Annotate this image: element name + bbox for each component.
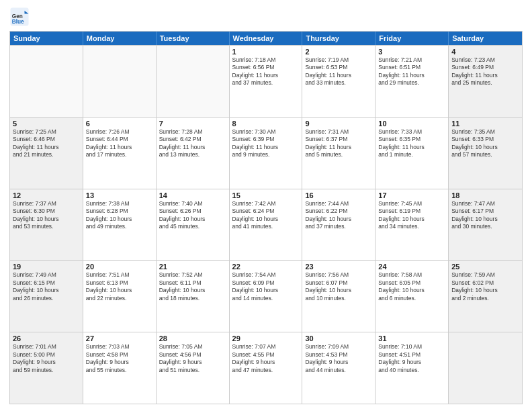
cell-line: Sunrise: 7:19 AM <box>305 56 372 64</box>
cal-cell: 2Sunrise: 7:19 AMSunset: 6:53 PMDaylight… <box>302 46 375 117</box>
cell-line: and 10 minutes. <box>305 295 372 302</box>
cal-row-0: 1Sunrise: 7:18 AMSunset: 6:56 PMDaylight… <box>10 45 522 117</box>
cell-line: Daylight: 9 hours <box>86 359 153 366</box>
cal-cell: 29Sunrise: 7:07 AMSunset: 4:55 PMDayligh… <box>230 332 303 404</box>
cell-line: Sunrise: 7:10 AM <box>378 343 445 351</box>
cell-line: Daylight: 10 hours <box>86 287 153 294</box>
cell-line: Daylight: 11 hours <box>451 72 519 79</box>
cell-line: and 37 minutes. <box>232 79 300 87</box>
day-number: 24 <box>378 263 445 271</box>
cal-cell: 24Sunrise: 7:58 AMSunset: 6:05 PMDayligh… <box>375 261 449 332</box>
cell-line: Sunset: 6:11 PM <box>159 279 226 287</box>
cal-cell: 5Sunrise: 7:25 AMSunset: 6:46 PMDaylight… <box>10 118 83 189</box>
cell-line: Sunset: 6:15 PM <box>13 279 80 287</box>
cell-line: Sunrise: 7:59 AM <box>451 271 519 279</box>
cell-line: Daylight: 10 hours <box>232 216 300 223</box>
day-number: 28 <box>159 334 226 342</box>
svg-text:Blue: Blue <box>12 19 24 25</box>
day-number: 31 <box>378 334 445 342</box>
cal-cell: 21Sunrise: 7:52 AMSunset: 6:11 PMDayligh… <box>157 261 230 332</box>
cell-line: Sunrise: 7:23 AM <box>451 56 519 64</box>
cell-line: and 13 minutes. <box>159 151 226 158</box>
day-number: 13 <box>86 191 153 199</box>
cell-line: Sunset: 6:24 PM <box>232 208 300 215</box>
cell-line: Sunrise: 7:01 AM <box>13 343 80 351</box>
cal-header-tuesday: Tuesday <box>157 32 230 45</box>
day-number: 14 <box>159 191 226 199</box>
cal-cell: 14Sunrise: 7:40 AMSunset: 6:26 PMDayligh… <box>157 189 230 261</box>
cell-line: Sunset: 6:51 PM <box>378 64 445 71</box>
cell-line: Sunrise: 7:21 AM <box>378 56 445 64</box>
cell-line: and 17 minutes. <box>86 151 153 158</box>
day-number: 23 <box>305 263 372 271</box>
cell-line: Sunset: 6:53 PM <box>305 64 372 71</box>
cal-cell <box>449 332 522 404</box>
cell-line: and 1 minute. <box>378 151 445 158</box>
cell-line: and 26 minutes. <box>13 295 80 302</box>
cell-line: and 30 minutes. <box>451 223 519 230</box>
cell-line: Daylight: 10 hours <box>159 287 226 294</box>
cal-cell: 8Sunrise: 7:30 AMSunset: 6:39 PMDaylight… <box>230 118 303 189</box>
cell-line: Daylight: 10 hours <box>451 216 519 223</box>
cell-line: Sunset: 6:22 PM <box>305 208 372 215</box>
cell-line: Sunset: 6:56 PM <box>232 64 300 71</box>
logo-icon: Gen Blue <box>9 7 30 27</box>
cal-cell: 23Sunrise: 7:56 AMSunset: 6:07 PMDayligh… <box>302 261 375 332</box>
cell-line: Sunset: 4:55 PM <box>232 351 300 359</box>
cell-line: Daylight: 9 hours <box>232 359 300 366</box>
cell-line: Daylight: 11 hours <box>13 144 80 151</box>
cell-line: Daylight: 10 hours <box>159 216 226 223</box>
cell-line: Sunset: 6:02 PM <box>451 279 519 287</box>
cell-line: Sunrise: 7:09 AM <box>305 343 372 351</box>
cal-cell: 12Sunrise: 7:37 AMSunset: 6:30 PMDayligh… <box>10 189 83 261</box>
cal-row-1: 5Sunrise: 7:25 AMSunset: 6:46 PMDaylight… <box>10 117 522 189</box>
cal-cell: 17Sunrise: 7:45 AMSunset: 6:19 PMDayligh… <box>375 189 449 261</box>
cell-line: and 37 minutes. <box>305 223 372 230</box>
cell-line: Sunset: 6:33 PM <box>451 136 519 143</box>
day-number: 15 <box>232 191 300 199</box>
calendar: SundayMondayTuesdayWednesdayThursdayFrid… <box>9 31 523 404</box>
cell-line: and 45 minutes. <box>159 223 226 230</box>
day-number: 7 <box>159 120 226 128</box>
cell-line: Sunset: 4:58 PM <box>86 351 153 359</box>
cal-row-3: 19Sunrise: 7:49 AMSunset: 6:15 PMDayligh… <box>10 260 522 332</box>
cell-line: Daylight: 10 hours <box>451 287 519 294</box>
day-number: 4 <box>451 48 519 56</box>
cell-line: Sunrise: 7:56 AM <box>305 271 372 279</box>
cal-header-monday: Monday <box>83 32 157 45</box>
cell-line: Sunset: 6:07 PM <box>305 279 372 287</box>
day-number: 27 <box>86 334 153 342</box>
cal-cell: 22Sunrise: 7:54 AMSunset: 6:09 PMDayligh… <box>230 261 303 332</box>
cell-line: Sunrise: 7:28 AM <box>159 128 226 136</box>
day-number: 16 <box>305 191 372 199</box>
cal-cell: 28Sunrise: 7:05 AMSunset: 4:56 PMDayligh… <box>157 332 230 404</box>
cell-line: Sunrise: 7:52 AM <box>159 271 226 279</box>
cell-line: Sunrise: 7:42 AM <box>232 200 300 208</box>
cal-cell: 20Sunrise: 7:51 AMSunset: 6:13 PMDayligh… <box>83 261 157 332</box>
page: Gen Blue SundayMondayTuesdayWednesdayThu… <box>0 0 532 411</box>
day-number: 5 <box>13 120 80 128</box>
cell-line: and 22 minutes. <box>86 295 153 302</box>
header: Gen Blue <box>9 7 523 27</box>
cal-cell: 6Sunrise: 7:26 AMSunset: 6:44 PMDaylight… <box>83 118 157 189</box>
cell-line: Daylight: 11 hours <box>232 144 300 151</box>
day-number: 17 <box>378 191 445 199</box>
day-number: 18 <box>451 191 519 199</box>
day-number: 2 <box>305 48 372 56</box>
cell-line: Daylight: 11 hours <box>378 72 445 79</box>
calendar-body: 1Sunrise: 7:18 AMSunset: 6:56 PMDaylight… <box>10 45 522 404</box>
cell-line: and 2 minutes. <box>451 295 519 302</box>
cell-line: Daylight: 10 hours <box>378 287 445 294</box>
cell-line: Sunset: 6:39 PM <box>232 136 300 143</box>
day-number: 9 <box>305 120 372 128</box>
day-number: 29 <box>232 334 300 342</box>
day-number: 6 <box>86 120 153 128</box>
cell-line: and 18 minutes. <box>159 295 226 302</box>
cal-cell: 11Sunrise: 7:35 AMSunset: 6:33 PMDayligh… <box>449 118 522 189</box>
cell-line: Daylight: 9 hours <box>159 359 226 366</box>
cell-line: and 9 minutes. <box>232 151 300 158</box>
cal-cell <box>83 46 157 117</box>
cell-line: and 25 minutes. <box>451 79 519 87</box>
cell-line: Sunrise: 7:44 AM <box>305 200 372 208</box>
cell-line: Sunrise: 7:07 AM <box>232 343 300 351</box>
